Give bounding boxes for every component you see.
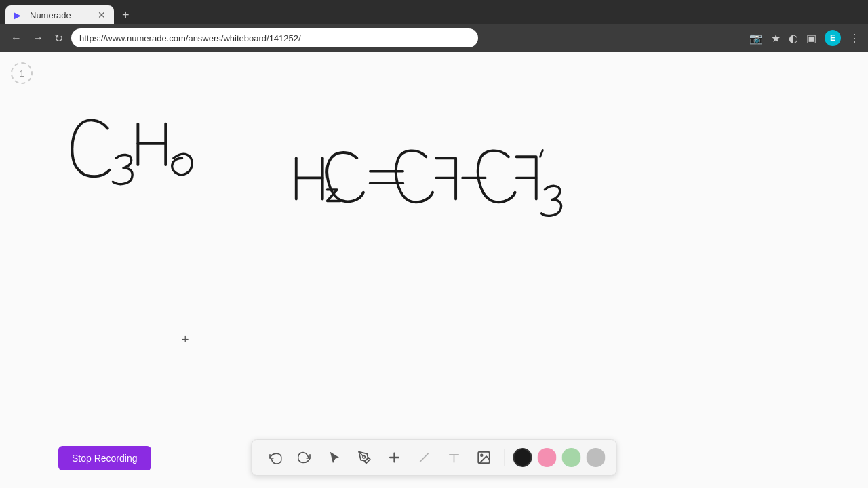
tab-title: Numerade [30, 10, 71, 20]
user-avatar[interactable]: E [825, 30, 841, 46]
eraser-tool-button[interactable] [412, 445, 437, 470]
camera-icon[interactable]: 📷 [749, 32, 763, 45]
text-tool-button[interactable] [442, 445, 467, 470]
color-mint-button[interactable] [562, 448, 581, 467]
menu-icon[interactable]: ⋮ [849, 32, 860, 45]
pen-tool-button[interactable] [353, 445, 377, 470]
forward-button[interactable]: → [30, 29, 46, 47]
address-bar: ← → ↻ 📷 ★ ◐ ▣ E ⋮ [0, 24, 868, 52]
browser-window: ▶ Numerade ✕ + ← → ↻ 📷 ★ ◐ ▣ E ⋮ 1 [0, 0, 868, 488]
drawing-toolbar [252, 439, 617, 476]
svg-point-0 [363, 456, 365, 458]
refresh-button[interactable]: ↻ [52, 29, 66, 47]
tab-close-button[interactable]: ✕ [98, 9, 106, 20]
svg-point-7 [481, 454, 483, 456]
color-gray-button[interactable] [587, 448, 606, 467]
tab-bar: ▶ Numerade ✕ + [0, 0, 868, 24]
svg-line-3 [420, 453, 429, 462]
tab-favicon: ▶ [14, 9, 24, 20]
new-tab-button[interactable]: + [117, 5, 135, 24]
select-tool-button[interactable] [323, 445, 347, 470]
color-black-button[interactable] [513, 448, 532, 467]
formula-canvas [0, 92, 868, 474]
image-tool-button[interactable] [472, 445, 496, 470]
url-input[interactable] [71, 28, 478, 47]
cursor-crosshair: + [182, 333, 189, 347]
undo-button[interactable] [263, 445, 288, 470]
browser-icons: 📷 ★ ◐ ▣ E ⋮ [749, 30, 860, 46]
whiteboard[interactable]: 1 [0, 52, 868, 488]
redo-button[interactable] [293, 445, 317, 470]
stop-recording-button[interactable]: Stop Recording [58, 446, 151, 470]
color-pink-button[interactable] [538, 448, 557, 467]
toolbar-divider [505, 449, 505, 466]
bookmark-icon[interactable]: ★ [771, 32, 781, 45]
page-content: 1 [0, 52, 868, 488]
page-indicator: 1 [11, 62, 33, 84]
active-tab[interactable]: ▶ Numerade ✕ [5, 5, 114, 24]
extensions-icon[interactable]: ◐ [789, 32, 798, 45]
add-element-button[interactable] [382, 445, 407, 470]
monitor-icon[interactable]: ▣ [806, 32, 816, 45]
back-button[interactable]: ← [8, 29, 24, 47]
